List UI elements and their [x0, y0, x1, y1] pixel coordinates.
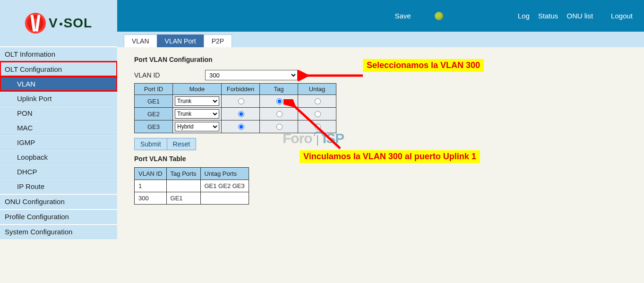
radio-ge1-tag[interactable]	[276, 98, 283, 104]
nav-onu-list[interactable]: ONU list	[567, 12, 593, 20]
logo: VSOL	[25, 13, 92, 34]
port-vlan-table: VLAN ID Tag Ports Untag Ports 1 GE1 GE2 …	[134, 167, 249, 205]
table-row: 300 GE1	[135, 192, 249, 205]
top-bar: Save Log Status ONU list Logout	[117, 0, 644, 32]
annotation-1: Seleccionamos la VLAN 300	[363, 59, 484, 72]
tag-ports-cell: GE1	[166, 192, 200, 205]
mode-select-ge3[interactable]: Hybrid	[175, 122, 219, 131]
sidebar-igmp[interactable]: IGMP	[0, 135, 117, 150]
mode-select-ge2[interactable]: Trunk	[175, 109, 219, 119]
tag-ports-cell	[166, 180, 200, 192]
table-row: GE1 Trunk	[135, 95, 336, 108]
sidebar-uplink-port[interactable]: Uplink Port	[0, 91, 117, 106]
vth-tagports: Tag Ports	[166, 168, 200, 180]
sidebar-loopback[interactable]: Loopback	[0, 150, 117, 164]
untag-ports-cell: GE1 GE2 GE3	[200, 180, 249, 192]
table-row: GE2 Trunk	[135, 108, 336, 120]
sidebar-onu-configuration[interactable]: ONU Configuration	[0, 194, 117, 209]
sidebar-dhcp[interactable]: DHCP	[0, 164, 117, 179]
status-indicator-icon	[435, 12, 443, 20]
radio-ge2-untag[interactable]	[315, 111, 321, 117]
nav-logout[interactable]: Logout	[611, 12, 633, 20]
radio-ge2-tag[interactable]	[276, 111, 283, 117]
port-vlan-config-table: Port ID Mode Forbidden Tag Untag GE1 Tru…	[134, 83, 336, 133]
tab-vlan[interactable]: VLAN	[124, 34, 157, 47]
th-untag: Untag	[298, 84, 336, 95]
vth-vlanid: VLAN ID	[135, 168, 167, 180]
untag-ports-cell	[200, 192, 249, 205]
vlan-id-label: VLAN ID	[134, 71, 205, 79]
th-tag: Tag	[260, 84, 298, 95]
port-ge1: GE1	[135, 95, 173, 108]
radio-ge1-untag[interactable]	[315, 98, 321, 104]
tab-row: VLAN VLAN Port P2P	[117, 32, 644, 47]
radio-ge1-forbidden[interactable]	[238, 98, 244, 104]
reset-button[interactable]: Reset	[167, 138, 197, 150]
save-link[interactable]: Save	[395, 12, 411, 20]
th-portid: Port ID	[135, 84, 173, 95]
tab-p2p[interactable]: P2P	[204, 34, 232, 47]
sidebar-ip-route[interactable]: IP Route	[0, 179, 117, 194]
port-ge2: GE2	[135, 108, 173, 120]
mode-select-ge1[interactable]: Trunk	[175, 96, 219, 106]
sidebar: OLT Information OLT Configuration VLAN U…	[0, 46, 117, 239]
nav-log[interactable]: Log	[518, 12, 530, 20]
logo-icon	[25, 13, 46, 34]
vlan-id-cell: 1	[135, 180, 167, 192]
radio-ge3-forbidden[interactable]	[238, 124, 244, 130]
radio-ge3-tag[interactable]	[276, 124, 283, 130]
vlan-id-cell: 300	[135, 192, 167, 205]
sidebar-pon[interactable]: PON	[0, 106, 117, 120]
logo-text: VSOL	[49, 16, 92, 31]
sidebar-mac[interactable]: MAC	[0, 120, 117, 135]
annotation-2: Vinculamos la VLAN 300 al puerto Uplink …	[300, 150, 480, 163]
watermark: Foro ISP	[283, 130, 344, 146]
vlan-id-select[interactable]: 300	[205, 70, 298, 80]
tab-vlan-port[interactable]: VLAN Port	[157, 34, 204, 47]
sidebar-profile-configuration[interactable]: Profile Configuration	[0, 209, 117, 224]
antenna-icon	[313, 131, 322, 146]
sidebar-system-configuration[interactable]: System Configuration	[0, 224, 117, 239]
th-forbidden: Forbidden	[222, 84, 260, 95]
radio-ge3-untag[interactable]	[315, 124, 321, 130]
radio-ge2-forbidden[interactable]	[238, 111, 244, 117]
th-mode: Mode	[173, 84, 222, 95]
table-row: 1 GE1 GE2 GE3	[135, 180, 249, 192]
vth-untagports: Untag Ports	[200, 168, 249, 180]
nav-status[interactable]: Status	[538, 12, 558, 20]
sidebar-olt-configuration[interactable]: OLT Configuration	[0, 61, 117, 77]
sidebar-vlan[interactable]: VLAN	[0, 77, 117, 91]
logo-area: VSOL	[0, 0, 117, 47]
submit-button[interactable]: Submit	[134, 138, 167, 150]
main-content: Port VLAN Configuration VLAN ID 300 Port…	[117, 47, 644, 283]
sidebar-olt-information[interactable]: OLT Information	[0, 46, 117, 61]
port-ge3: GE3	[135, 120, 173, 133]
